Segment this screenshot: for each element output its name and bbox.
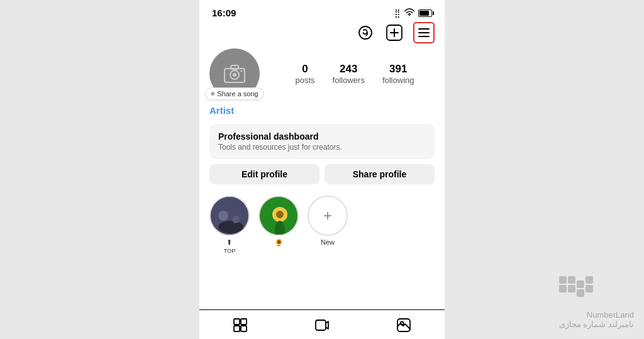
- svg-rect-20: [234, 326, 240, 331]
- svg-rect-30: [577, 289, 584, 297]
- story-label-flower: 🌻: [274, 238, 284, 247]
- following-count: 391: [389, 63, 407, 75]
- full-layout: 16:09 ⣿: [0, 0, 644, 339]
- username[interactable]: Artist: [209, 105, 234, 116]
- wifi-icon: [404, 8, 414, 18]
- edit-profile-button[interactable]: Edit profile: [209, 164, 319, 184]
- svg-point-16: [276, 211, 284, 218]
- status-time: 16:09: [212, 8, 236, 18]
- action-buttons: Edit profile Share profile: [209, 164, 435, 184]
- profile-section: Share a song 0 posts 243 followers 391 f…: [199, 48, 445, 99]
- right-background: NumberLand نامبرلند شماره مجازی: [445, 0, 644, 339]
- signal-icon: ⣿: [394, 8, 401, 18]
- dashboard-subtitle: Tools and resources just for creators.: [218, 143, 426, 152]
- song-dot: [211, 92, 214, 96]
- svg-point-0: [409, 14, 410, 16]
- svg-rect-21: [241, 326, 247, 331]
- story-label-new: New: [321, 238, 335, 246]
- share-song-label: Share a song: [217, 90, 258, 97]
- posts-label: posts: [296, 75, 315, 85]
- svg-rect-19: [241, 319, 247, 325]
- svg-rect-28: [568, 285, 575, 292]
- followers-label: followers: [333, 75, 365, 85]
- svg-rect-32: [586, 285, 593, 292]
- stories-section: ⬆TOP 🌻 +: [199, 189, 445, 260]
- followers-count: 243: [340, 63, 357, 75]
- stat-following[interactable]: 391 following: [382, 63, 414, 85]
- svg-rect-27: [559, 285, 567, 292]
- svg-point-1: [359, 26, 372, 39]
- avatar-wrapper: Share a song: [209, 48, 260, 99]
- bottom-nav: [199, 309, 445, 339]
- battery-icon: [418, 9, 432, 17]
- svg-point-11: [218, 221, 243, 233]
- nav-tag[interactable]: [363, 310, 445, 339]
- story-image-top: [211, 197, 248, 235]
- svg-rect-31: [586, 276, 593, 284]
- svg-point-9: [241, 70, 243, 72]
- story-add-circle[interactable]: +: [308, 196, 348, 236]
- status-bar: 16:09 ⣿: [199, 0, 445, 21]
- left-background: [0, 0, 199, 339]
- story-image-flower: [260, 197, 297, 235]
- svg-rect-26: [568, 276, 575, 284]
- story-circle-flower: [258, 196, 299, 236]
- posts-count: 0: [302, 63, 308, 75]
- svg-rect-29: [577, 281, 584, 288]
- hamburger-line-1: [418, 28, 430, 30]
- phone-screen: 16:09 ⣿: [199, 0, 445, 339]
- add-button[interactable]: [384, 23, 404, 43]
- stat-posts: 0 posts: [296, 63, 315, 85]
- svg-rect-18: [234, 319, 240, 325]
- share-song-badge[interactable]: Share a song: [205, 87, 264, 100]
- brand-logo: NumberLand نامبرلند شماره مجازی: [559, 276, 634, 329]
- story-circle-top: [209, 196, 250, 236]
- add-story-icon: +: [323, 208, 332, 223]
- following-label: following: [382, 75, 414, 85]
- nav-video[interactable]: [281, 310, 363, 339]
- svg-rect-8: [231, 65, 238, 69]
- share-profile-button[interactable]: Share profile: [325, 164, 435, 184]
- username-section: Artist: [199, 99, 445, 119]
- nav-grid[interactable]: [199, 310, 281, 339]
- status-icons: ⣿: [394, 8, 432, 18]
- svg-rect-25: [559, 276, 567, 284]
- top-action-bar: [199, 21, 445, 48]
- menu-button[interactable]: [413, 22, 435, 43]
- threads-button[interactable]: [355, 23, 375, 43]
- svg-point-12: [218, 211, 228, 221]
- dashboard-title: Professional dashboard: [218, 131, 426, 142]
- story-label-top: ⬆TOP: [224, 238, 236, 254]
- brand-name: NumberLand: [559, 310, 634, 320]
- stats-section: 0 posts 243 followers 391 following: [275, 63, 435, 85]
- stat-followers[interactable]: 243 followers: [333, 63, 365, 85]
- story-item-new[interactable]: + New: [308, 196, 348, 246]
- hamburger-line-3: [418, 36, 430, 37]
- story-item-top[interactable]: ⬆TOP: [209, 196, 250, 254]
- story-item-flower[interactable]: 🌻: [258, 196, 299, 247]
- svg-point-13: [232, 216, 240, 223]
- svg-point-7: [233, 73, 236, 77]
- dashboard-card[interactable]: Professional dashboard Tools and resourc…: [209, 124, 435, 159]
- hamburger-line-2: [418, 32, 430, 33]
- svg-rect-22: [316, 320, 326, 330]
- brand-tagline: نامبرلند شماره مجازی: [559, 320, 634, 329]
